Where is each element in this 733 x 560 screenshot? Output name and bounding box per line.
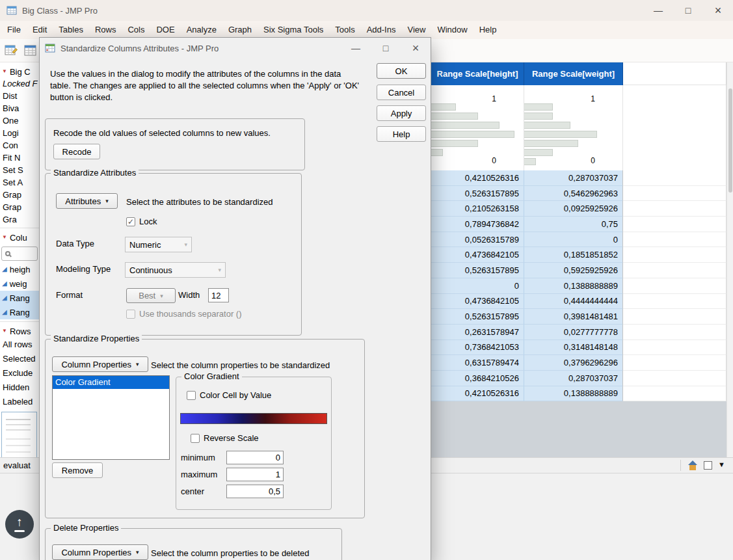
table-panel-header[interactable]: ▼ Big C (0, 65, 39, 78)
cell-range-scale-weight[interactable]: 0,287037037 (524, 371, 623, 386)
sidebar-script-item[interactable]: Fit N (0, 152, 39, 164)
cell-empty[interactable] (623, 186, 726, 202)
cell-range-scale-height[interactable]: 0 (431, 278, 524, 294)
modeling-type-dropdown[interactable]: Continuous ▾ (125, 262, 226, 278)
menu-item-cols[interactable]: Cols (122, 21, 150, 39)
home-window-icon[interactable] (687, 460, 698, 471)
cell-empty[interactable] (623, 201, 726, 217)
color-gradient-preview[interactable] (180, 413, 327, 424)
sidebar-script-item[interactable]: Biva (0, 102, 39, 114)
width-input[interactable] (208, 288, 229, 302)
format-menu-button[interactable]: Best ▾ (126, 288, 176, 303)
cell-range-scale-weight[interactable]: 0,0277777778 (524, 325, 623, 340)
cell-range-scale-weight[interactable]: 0,4444444444 (524, 294, 623, 310)
apply-button[interactable]: Apply (377, 105, 426, 121)
cell-range-scale-weight[interactable]: 0,1388888889 (524, 278, 623, 294)
column-search-box[interactable] (1, 247, 38, 261)
sidebar-rows-item[interactable]: Exclude (0, 366, 39, 380)
menu-item-file[interactable]: File (1, 21, 27, 39)
column-header-range-scale-height[interactable]: Range Scale[height] (431, 62, 524, 85)
menu-item-edit[interactable]: Edit (27, 21, 53, 39)
cell-range-scale-height[interactable]: 0,2105263158 (431, 201, 524, 217)
menu-item-analyze[interactable]: Analyze (181, 21, 222, 39)
menu-item-graph[interactable]: Graph (222, 21, 258, 39)
remove-button[interactable]: Remove (52, 462, 103, 478)
vertical-scrollbar[interactable] (726, 62, 733, 457)
sidebar-script-item[interactable]: Grap (0, 201, 39, 213)
minimum-input[interactable] (226, 451, 284, 464)
sidebar-column-item[interactable]: ◢Rang (0, 305, 39, 319)
cell-range-scale-height[interactable]: 0,5263157895 (431, 186, 524, 202)
rows-panel-header[interactable]: ▼ Rows (0, 325, 39, 338)
cell-empty[interactable] (623, 386, 726, 402)
red-triangle-icon[interactable]: ▼ (2, 328, 7, 334)
cell-range-scale-height[interactable]: 0,5263157895 (431, 309, 524, 325)
lock-checkbox[interactable]: ✓ (126, 217, 135, 226)
upload-button[interactable]: ↑ (5, 510, 34, 539)
cell-range-scale-height[interactable]: 0,4210526316 (431, 170, 524, 186)
cell-empty[interactable] (623, 355, 726, 371)
menu-item-help[interactable]: Help (473, 21, 503, 39)
recode-button[interactable]: Recode (53, 144, 100, 159)
color-cell-checkbox[interactable] (187, 391, 196, 400)
dialog-maximize-button[interactable]: □ (371, 38, 401, 59)
columns-panel-header[interactable]: ▼ Colu (0, 231, 39, 244)
cell-range-scale-weight[interactable]: 0,3796296296 (524, 355, 623, 371)
cell-empty[interactable] (623, 247, 726, 263)
cell-range-scale-weight[interactable]: 0,1851851852 (524, 247, 623, 263)
cell-range-scale-weight[interactable]: 0,3981481481 (524, 309, 623, 325)
new-data-table-icon[interactable] (3, 42, 20, 59)
cell-empty[interactable] (623, 340, 726, 356)
cancel-button[interactable]: Cancel (377, 85, 426, 100)
data-type-dropdown[interactable]: Numeric ▾ (125, 237, 192, 252)
sidebar-column-item[interactable]: ◢Rang (0, 291, 39, 305)
property-list-item[interactable]: Color Gradient (53, 376, 169, 389)
minimize-button[interactable]: — (643, 0, 673, 21)
sidebar-script-item[interactable]: Logi (0, 127, 39, 139)
maximize-button[interactable]: □ (673, 0, 703, 21)
cell-empty[interactable] (623, 263, 726, 278)
thousands-checkbox[interactable] (126, 310, 135, 319)
sidebar-script-item[interactable]: Dist (0, 90, 39, 102)
attributes-menu-button[interactable]: Attributes ▾ (56, 193, 118, 209)
cell-empty[interactable] (623, 309, 726, 325)
delete-column-properties-menu-button[interactable]: Column Properties ▾ (52, 544, 148, 560)
sidebar-script-item[interactable]: Grap (0, 189, 39, 201)
cell-range-scale-weight[interactable]: 0,1388888889 (524, 386, 623, 402)
open-table-icon[interactable] (22, 42, 39, 59)
sidebar-script-item[interactable]: Con (0, 139, 39, 152)
sidebar-script-item[interactable]: Set A (0, 176, 39, 189)
center-input[interactable] (226, 485, 284, 498)
cell-empty[interactable] (623, 170, 726, 186)
cell-range-scale-weight[interactable]: 0 (524, 232, 623, 248)
sidebar-script-item[interactable]: Gra (0, 213, 39, 226)
reverse-scale-checkbox[interactable] (191, 434, 200, 443)
cell-range-scale-height[interactable]: 0,7894736842 (431, 217, 524, 232)
sidebar-rows-item[interactable]: Hidden (0, 380, 39, 395)
cell-range-scale-weight[interactable]: 0,287037037 (524, 170, 623, 186)
dialog-close-button[interactable]: × (401, 38, 431, 59)
cell-empty[interactable] (623, 232, 726, 248)
cell-range-scale-height[interactable]: 0,4736842105 (431, 247, 524, 263)
cell-empty[interactable] (623, 294, 726, 310)
menu-item-add-ins[interactable]: Add-Ins (361, 21, 402, 39)
cell-range-scale-weight[interactable]: 0,5462962963 (524, 186, 623, 202)
cell-empty[interactable] (623, 371, 726, 386)
menu-item-window[interactable]: Window (431, 21, 473, 39)
cell-range-scale-height[interactable]: 0,4736842105 (431, 294, 524, 310)
red-triangle-icon[interactable]: ▼ (2, 69, 7, 74)
help-button[interactable]: Help (377, 126, 426, 142)
maximum-input[interactable] (226, 468, 284, 481)
sidebar-rows-item[interactable]: Labeled (0, 395, 39, 409)
sidebar-rows-item[interactable]: Selected (0, 352, 39, 366)
cell-range-scale-weight[interactable]: 0,3148148148 (524, 340, 623, 356)
menu-item-view[interactable]: View (401, 21, 431, 39)
cell-range-scale-height[interactable]: 0,6315789474 (431, 355, 524, 371)
dialog-minimize-button[interactable]: — (341, 38, 371, 59)
cell-range-scale-height[interactable]: 0,2631578947 (431, 325, 524, 340)
sidebar-column-item[interactable]: ◢weig (0, 276, 39, 291)
sidebar-rows-item[interactable]: All rows (0, 338, 39, 352)
column-properties-menu-button[interactable]: Column Properties ▾ (52, 356, 148, 372)
sidebar-script-item[interactable]: Set S (0, 164, 39, 176)
cell-empty[interactable] (623, 325, 726, 340)
